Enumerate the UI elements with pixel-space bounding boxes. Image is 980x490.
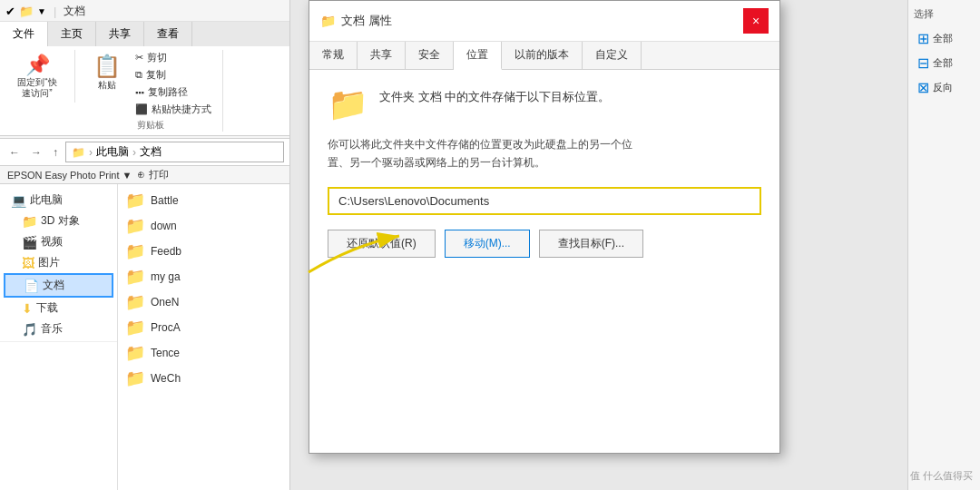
print-action[interactable]: ⊕ 打印 bbox=[137, 168, 168, 181]
move-button[interactable]: 移动(M)... bbox=[445, 230, 530, 258]
select-all-icon-2: ⊟ bbox=[917, 54, 929, 72]
select-all-label-2: 全部 bbox=[933, 56, 953, 70]
invert-label: 反向 bbox=[933, 81, 953, 94]
explorer-panel: ✔ 📁 ▼ | 文档 文件 主页 共享 查看 📌 固定到“快速访问” bbox=[0, 0, 290, 490]
tab-general[interactable]: 常规 bbox=[309, 42, 358, 69]
downloads-icon: ⬇ bbox=[22, 301, 33, 316]
computer-label: 此电脑 bbox=[30, 192, 63, 208]
tab-view[interactable]: 查看 bbox=[144, 22, 192, 46]
music-label: 音乐 bbox=[41, 321, 63, 337]
ribbon-content: 📌 固定到“快速访问” 📋 粘贴 ✂ 剪切 bbox=[0, 46, 289, 136]
file-name-wech: WeCh bbox=[151, 372, 181, 385]
file-item-tence[interactable]: 📁 Tence bbox=[118, 340, 289, 366]
copy-cut-group: ✂ 剪切 ⧉ 复制 ▪▪▪ 复制路径 ⬛ 粘贴快 bbox=[132, 50, 215, 117]
tab-previous[interactable]: 以前的版本 bbox=[502, 42, 583, 69]
clipboard-group: 📋 粘贴 ✂ 剪切 ⧉ 复制 ▪▪▪ bbox=[86, 50, 223, 132]
select-all-icon-1: ⊞ bbox=[917, 30, 929, 47]
invert-select-button[interactable]: ⊠ 反向 bbox=[914, 77, 956, 98]
info-text: 文件夹 文档 中的文件存储于以下目标位置。 bbox=[379, 88, 610, 107]
quick-folder-icon[interactable]: 📁 bbox=[19, 5, 34, 18]
separator: | bbox=[54, 5, 56, 18]
folder-icon-battle: 📁 bbox=[125, 191, 145, 211]
file-name-tence: Tence bbox=[151, 347, 180, 359]
tab-security[interactable]: 安全 bbox=[406, 42, 454, 69]
path-input[interactable] bbox=[328, 187, 761, 215]
explorer-main: 💻 此电脑 📁 3D 对象 🎬 视频 🖼 图片 📄 文档 bbox=[0, 184, 289, 490]
paste-icon: 📋 bbox=[93, 54, 121, 79]
printer-label[interactable]: EPSON Easy Photo Print ▼ bbox=[7, 170, 132, 181]
tab-home[interactable]: 主页 bbox=[48, 22, 96, 46]
tab-share[interactable]: 共享 bbox=[96, 22, 144, 46]
ribbon-tabs: 文件 主页 共享 查看 bbox=[0, 22, 289, 46]
copy-path-button[interactable]: ▪▪▪ 复制路径 bbox=[132, 84, 215, 100]
dialog-folder-icon: 📁 bbox=[320, 14, 336, 28]
sidebar-item-downloads[interactable]: ⬇ 下载 bbox=[4, 298, 113, 318]
up-button[interactable]: ↑ bbox=[49, 144, 62, 161]
tab-custom[interactable]: 自定义 bbox=[583, 42, 642, 69]
pictures-label: 图片 bbox=[38, 255, 60, 270]
file-item-battle[interactable]: 📁 Battle bbox=[118, 188, 289, 213]
file-name-feedb: Feedb bbox=[151, 245, 181, 258]
folder-icon-tence: 📁 bbox=[125, 343, 145, 363]
dialog-title-text: 文档 属性 bbox=[341, 13, 392, 29]
sidebar-item-documents[interactable]: 📄 文档 bbox=[4, 273, 113, 298]
forward-button[interactable]: → bbox=[27, 144, 45, 161]
folder-icon-wech: 📁 bbox=[125, 368, 145, 388]
sidebar-item-pictures[interactable]: 🖼 图片 bbox=[4, 252, 113, 273]
sidebar-item-videos[interactable]: 🎬 视频 bbox=[4, 231, 113, 252]
copy-path-icon: ▪▪▪ bbox=[135, 88, 144, 97]
invert-icon: ⊠ bbox=[917, 79, 929, 96]
path-arrow: › bbox=[132, 146, 136, 159]
folder-icon-feedb: 📁 bbox=[125, 241, 145, 261]
folder-icon-onen: 📁 bbox=[125, 292, 145, 312]
dropdown-arrow[interactable]: ▼ bbox=[37, 6, 46, 16]
properties-dialog: 📁 文档 属性 × 常规 共享 安全 位置 以前的版本 自定义 📁 文件夹 文档… bbox=[309, 0, 780, 454]
copy-button[interactable]: ⧉ 复制 bbox=[132, 67, 215, 83]
quick-save-icon[interactable]: ✔ bbox=[5, 5, 15, 18]
tab-share[interactable]: 共享 bbox=[358, 42, 406, 69]
find-target-button[interactable]: 查找目标(F)... bbox=[539, 230, 643, 258]
paste-button[interactable]: 📋 粘贴 bbox=[86, 50, 128, 117]
large-folder-icon: 📁 bbox=[328, 88, 368, 121]
cut-button[interactable]: ✂ 剪切 bbox=[132, 50, 215, 65]
restore-default-button[interactable]: 还原默认值(R) bbox=[328, 230, 436, 258]
file-item-myga[interactable]: 📁 my ga bbox=[118, 264, 289, 289]
file-item-onen[interactable]: 📁 OneN bbox=[118, 289, 289, 315]
paste-shortcut-button[interactable]: ⬛ 粘贴快捷方式 bbox=[132, 102, 215, 117]
file-item-proca[interactable]: 📁 ProcA bbox=[118, 315, 289, 340]
documents-icon: 📄 bbox=[24, 279, 39, 293]
music-icon: 🎵 bbox=[22, 322, 37, 337]
downloads-label: 下载 bbox=[36, 300, 58, 316]
select-all-button-1[interactable]: ⊞ 全部 bbox=[914, 28, 956, 49]
file-name-proca: ProcA bbox=[151, 321, 181, 334]
info-row: 📁 文件夹 文档 中的文件存储于以下目标位置。 bbox=[328, 88, 761, 121]
watermark: 值 什么值得买 bbox=[910, 469, 973, 483]
tab-location[interactable]: 位置 bbox=[454, 42, 502, 70]
3dobject-icon: 📁 bbox=[22, 214, 37, 229]
select-label: 选择 bbox=[914, 7, 934, 21]
printer-bar: EPSON Easy Photo Print ▼ ⊕ 打印 bbox=[0, 166, 289, 184]
file-name-battle: Battle bbox=[151, 194, 179, 207]
sidebar-item-computer[interactable]: 💻 此电脑 bbox=[4, 190, 113, 211]
sidebar-item-3dobjects[interactable]: 📁 3D 对象 bbox=[4, 211, 113, 231]
clipboard-label: 剪贴板 bbox=[137, 119, 164, 132]
folder-icon-down: 📁 bbox=[125, 216, 145, 236]
file-item-wech[interactable]: 📁 WeCh bbox=[118, 366, 289, 391]
tab-file[interactable]: 文件 bbox=[0, 22, 48, 46]
dialog-title-content: 📁 文档 属性 bbox=[320, 13, 392, 29]
pin-label: 固定到“快速访问” bbox=[15, 77, 60, 99]
address-path[interactable]: 📁 › 此电脑 › 文档 bbox=[65, 142, 284, 162]
pin-button[interactable]: 📌 固定到“快速访问” bbox=[7, 50, 67, 103]
file-item-feedb[interactable]: 📁 Feedb bbox=[118, 239, 289, 264]
dialog-close-button[interactable]: × bbox=[743, 8, 769, 34]
file-name-onen: OneN bbox=[151, 296, 179, 309]
file-item-down[interactable]: 📁 down bbox=[118, 213, 289, 239]
select-all-button-2[interactable]: ⊟ 全部 bbox=[914, 53, 956, 74]
pictures-icon: 🖼 bbox=[22, 256, 34, 270]
dialog-titlebar: 📁 文档 属性 × bbox=[309, 1, 779, 42]
sidebar-tree: 💻 此电脑 📁 3D 对象 🎬 视频 🖼 图片 📄 文档 bbox=[0, 184, 118, 490]
select-all-label-1: 全部 bbox=[933, 32, 953, 45]
dialog-buttons: 还原默认值(R) 移动(M)... 查找目标(F)... bbox=[328, 230, 761, 258]
back-button[interactable]: ← bbox=[5, 144, 24, 161]
sidebar-item-music[interactable]: 🎵 音乐 bbox=[4, 318, 113, 339]
